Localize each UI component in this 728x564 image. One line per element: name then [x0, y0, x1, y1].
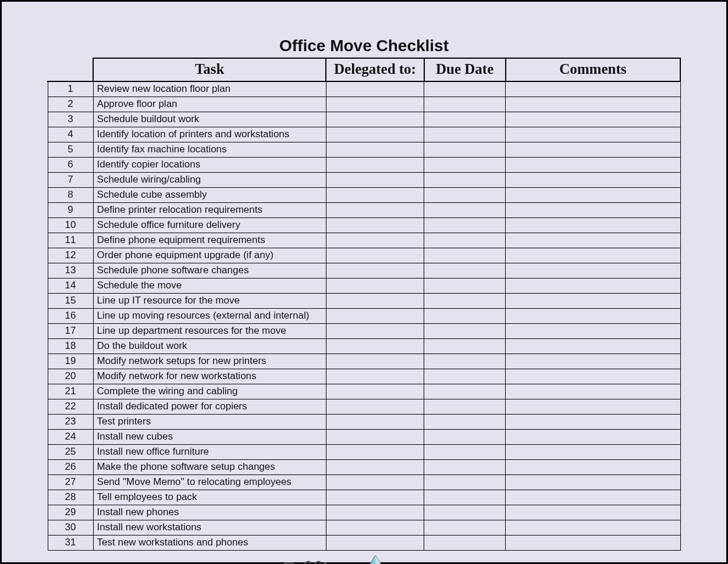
row-comments: [506, 112, 680, 127]
row-comments: [506, 218, 680, 233]
row-due: [424, 294, 506, 309]
row-number: 20: [48, 369, 93, 384]
table-row: 18Do the buildout work: [48, 339, 680, 354]
row-due: [424, 127, 506, 142]
row-number: 16: [48, 309, 93, 324]
row-delegated: [326, 279, 424, 294]
row-task: Install dedicated power for copiers: [93, 399, 326, 415]
row-due: [424, 384, 506, 399]
row-delegated: [326, 112, 424, 127]
row-comments: [506, 430, 680, 445]
table-row: 24Install new cubes: [48, 430, 680, 445]
header-comments: Comments: [506, 58, 680, 81]
row-comments: [506, 445, 680, 460]
row-delegated: [326, 520, 424, 536]
row-number: 23: [48, 415, 93, 430]
row-task: Tell employees to pack: [93, 490, 326, 505]
table-row: 10Schedule office furniture delivery: [48, 218, 680, 233]
row-comments: [506, 384, 680, 399]
row-task: Test printers: [93, 415, 326, 430]
row-comments: [506, 369, 680, 384]
header-due: Due Date: [424, 58, 506, 81]
row-number: 24: [48, 430, 93, 445]
row-delegated: [326, 218, 424, 233]
table-row: 22Install dedicated power for copiers: [48, 399, 680, 415]
row-delegated: [326, 490, 424, 505]
row-task: Identify copier locations: [93, 158, 326, 173]
row-due: [424, 218, 506, 233]
row-delegated: [326, 430, 424, 445]
table-row: 1Review new location floor plan: [48, 81, 680, 97]
row-due: [424, 112, 506, 127]
row-number: 12: [48, 248, 93, 263]
page-title: Office Move Checklist: [47, 37, 681, 55]
row-task: Make the phone software setup changes: [93, 460, 326, 475]
table-row: 23Test printers: [48, 415, 680, 430]
row-number: 30: [48, 520, 93, 536]
row-task: Schedule phone software changes: [93, 263, 326, 279]
row-task: Install new cubes: [93, 430, 326, 445]
checklist-table: Task Delegated to: Due Date Comments 1Re…: [47, 58, 681, 551]
table-row: 29Install new phones: [48, 505, 680, 520]
table-row: 3Schedule buildout work: [48, 112, 680, 127]
row-comments: [506, 536, 680, 551]
row-comments: [506, 415, 680, 430]
row-comments: [506, 354, 680, 369]
row-number: 4: [48, 127, 93, 142]
row-due: [424, 188, 506, 203]
row-comments: [506, 294, 680, 309]
row-task: Line up department resources for the mov…: [93, 324, 326, 339]
row-delegated: [326, 188, 424, 203]
row-comments: [506, 173, 680, 188]
row-comments: [506, 263, 680, 279]
row-delegated: [326, 173, 424, 188]
row-task: Modify network setups for new printers: [93, 354, 326, 369]
row-due: [424, 460, 506, 475]
row-task: Define phone equipment requirements: [93, 233, 326, 248]
row-task: Define printer relocation requirements: [93, 203, 326, 218]
table-row: 27Send "Move Memo" to relocating employe…: [48, 475, 680, 490]
table-row: 16Line up moving resources (external and…: [48, 309, 680, 324]
row-due: [424, 399, 506, 415]
row-number: 18: [48, 339, 93, 354]
row-delegated: [326, 97, 424, 112]
row-comments: [506, 127, 680, 142]
row-task: Do the buildout work: [93, 339, 326, 354]
row-comments: [506, 339, 680, 354]
row-delegated: [326, 309, 424, 324]
row-task: Install new phones: [93, 505, 326, 520]
table-row: 20Modify network for new workstations: [48, 369, 680, 384]
row-number: 27: [48, 475, 93, 490]
row-delegated: [326, 415, 424, 430]
row-task: Install new workstations: [93, 520, 326, 536]
row-due: [424, 263, 506, 279]
row-due: [424, 415, 506, 430]
row-task: Identify location of printers and workst…: [93, 127, 326, 142]
row-delegated: [326, 142, 424, 158]
row-delegated: [326, 294, 424, 309]
row-due: [424, 339, 506, 354]
row-task: Schedule office furniture delivery: [93, 218, 326, 233]
row-delegated: [326, 399, 424, 415]
row-number: 3: [48, 112, 93, 127]
row-due: [424, 520, 506, 536]
row-comments: [506, 460, 680, 475]
row-delegated: [326, 324, 424, 339]
row-due: [424, 430, 506, 445]
table-row: 31Test new workstations and phones: [48, 536, 680, 551]
row-task: Review new location floor plan: [93, 81, 326, 97]
row-due: [424, 445, 506, 460]
row-number: 6: [48, 158, 93, 173]
row-delegated: [326, 339, 424, 354]
row-delegated: [326, 233, 424, 248]
row-number: 15: [48, 294, 93, 309]
row-task: Install new office furniture: [93, 445, 326, 460]
row-task: Line up IT resource for the move: [93, 294, 326, 309]
row-number: 29: [48, 505, 93, 520]
row-comments: [506, 203, 680, 218]
row-comments: [506, 279, 680, 294]
table-row: 15Line up IT resource for the move: [48, 294, 680, 309]
row-delegated: [326, 445, 424, 460]
row-delegated: [326, 263, 424, 279]
row-due: [424, 97, 506, 112]
